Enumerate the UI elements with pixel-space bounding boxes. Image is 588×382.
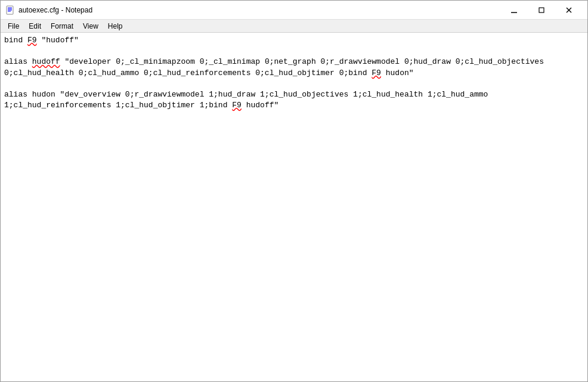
window-title: autoexec.cfg - Notepad bbox=[18, 6, 500, 14]
close-button[interactable] bbox=[555, 1, 583, 20]
svg-rect-6 bbox=[539, 8, 544, 13]
text-editor-scroll[interactable]: bind F9 "hudoff" alias hudoff "developer… bbox=[1, 33, 587, 381]
menu-help[interactable]: Help bbox=[103, 20, 128, 33]
menu-bar: File Edit Format View Help bbox=[1, 20, 587, 33]
notepad-icon bbox=[5, 5, 15, 15]
menu-format[interactable]: Format bbox=[46, 20, 78, 33]
text-content[interactable]: bind F9 "hudoff" alias hudoff "developer… bbox=[4, 35, 584, 111]
title-bar-controls bbox=[500, 1, 583, 20]
title-bar: autoexec.cfg - Notepad bbox=[1, 1, 587, 20]
restore-button[interactable] bbox=[528, 1, 555, 20]
menu-file[interactable]: File bbox=[3, 20, 24, 33]
content-area: bind F9 "hudoff" alias hudoff "developer… bbox=[1, 33, 587, 381]
minimize-button[interactable] bbox=[500, 1, 528, 20]
notepad-window: autoexec.cfg - Notepad File Edit Format … bbox=[0, 0, 588, 382]
spellcheck-f9-3: F9 bbox=[232, 101, 242, 110]
menu-view[interactable]: View bbox=[78, 20, 103, 33]
spellcheck-hudoff: hudoff bbox=[32, 57, 60, 66]
spellcheck-f9-1: F9 bbox=[27, 36, 37, 45]
spellcheck-f9-2: F9 bbox=[372, 69, 381, 77]
menu-edit[interactable]: Edit bbox=[24, 20, 46, 33]
